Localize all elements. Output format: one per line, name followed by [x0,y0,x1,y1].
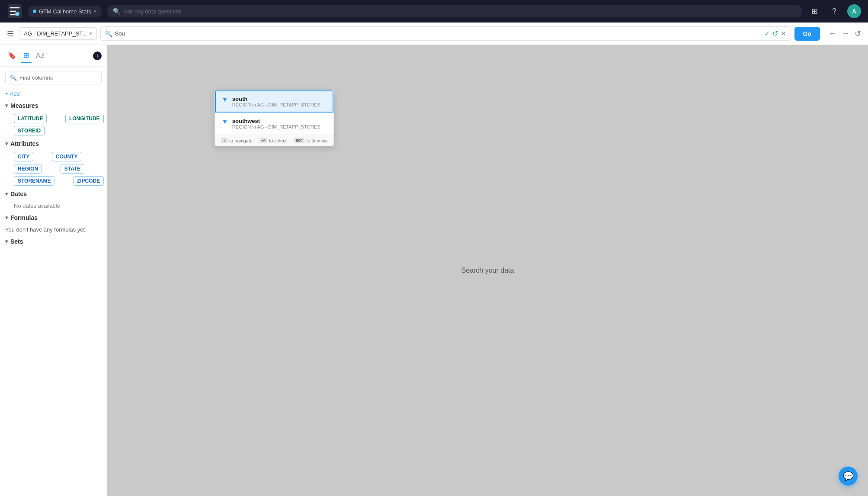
sidebar-toggle-button[interactable]: ☰ [5,27,16,40]
search-input[interactable] [115,30,762,37]
dropdown-footer: ↕ to navigate ↵ to select esc to dismiss [215,135,333,146]
zipcode-chip[interactable]: ZIPCODE [73,176,104,186]
global-search[interactable]: 🔍 [107,5,802,17]
sidebar-content: ▾ Measures LATITUDE LONGITUDE STOREID ▾ … [0,99,107,496]
find-columns[interactable]: 🔍 [5,71,102,84]
dropdown-item-south-content: south REGION in AG - DIM_RETAPP_STORES [232,96,320,107]
info-badge: i [93,52,102,60]
dates-chevron-icon: ▾ [5,191,8,197]
add-button[interactable]: + Add [0,89,107,99]
storename-chip[interactable]: STORENAME [14,176,54,186]
main-layout: 🔖 ⊞ AZ i 🔍 + Add ▾ Measures LATITUDE LON… [0,45,868,496]
measures-label: Measures [10,102,38,109]
nav-icons: ⊞ ? A [807,4,861,18]
dropdown-item-southwest-name: southwest [232,118,320,124]
filter-icon-south: ▼ [222,96,228,103]
datasource-dot [33,10,36,13]
nav-arrows: ← → ↺ [827,27,863,40]
dropdown-item-south-sub: REGION in AG - DIM_RETAPP_STORES [232,102,320,107]
navigate-label: to navigate [229,138,253,143]
chevron-down-icon: ▾ [90,31,92,36]
clear-search-button[interactable]: ✕ [781,29,786,38]
no-dates-text: No dates available [0,201,107,211]
check-circle-icon: ✓ [764,29,770,38]
logo [7,3,22,19]
back-button[interactable]: ← [827,27,838,40]
state-chip[interactable]: STATE [61,164,85,174]
sidebar-tab-sort[interactable]: AZ [33,49,47,62]
attributes-list: CITY COUNTY REGION STATE STORENAME ZIPCO… [0,151,107,187]
find-columns-input[interactable] [19,74,97,81]
go-button[interactable]: Go [794,27,820,41]
sets-section-header[interactable]: ▾ Sets [0,235,107,248]
formulas-chevron-icon: ▾ [5,215,8,221]
attributes-section-header[interactable]: ▾ Attributes [0,137,107,151]
select-label: to select [269,138,287,143]
county-chip[interactable]: COUNTY [52,152,82,161]
grid-icon-button[interactable]: ⊞ [807,4,821,18]
sidebar-tabs: 🔖 ⊞ AZ i [0,45,107,67]
select-key: ↵ [259,138,267,143]
dismiss-key: esc [294,138,305,143]
measures-section-header[interactable]: ▾ Measures [0,99,107,113]
dropdown-item-southwest-content: southwest REGION in AG - DIM_RETAPP_STOR… [232,118,320,129]
city-chip[interactable]: CITY [14,152,33,161]
top-datasource-pill[interactable]: GTM Callhome Stats ▾ [28,6,102,17]
navigate-hint: ↕ to navigate [221,138,253,143]
chevron-down-icon: ▾ [94,9,96,14]
formulas-label: Formulas [10,214,38,221]
no-formulas-text: You don't have any formulas yet [0,225,107,235]
empty-state-text: Search your data [461,267,514,274]
refresh-circle-icon: ↺ [772,29,778,38]
chat-fab-button[interactable]: 💬 [839,467,858,486]
main-content: Search your data ▼ south REGION in AG - … [107,45,868,496]
select-hint: ↵ to select [259,138,287,143]
dates-label: Dates [10,190,27,197]
top-datasource-label: GTM Callhome Stats [39,8,91,15]
sets-chevron-icon: ▾ [5,238,8,245]
sidebar-tab-grid[interactable]: ⊞ [21,48,32,63]
datasource-selector-label: AG - DIM_RETAPP_ST... [24,30,87,37]
find-icon: 🔍 [10,74,17,81]
dropdown-item-south[interactable]: ▼ south REGION in AG - DIM_RETAPP_STORES [215,90,333,113]
measures-list: LATITUDE LONGITUDE STOREID [0,113,107,137]
datasource-selector[interactable]: AG - DIM_RETAPP_ST... ▾ [19,27,97,40]
sidebar-tab-bookmark[interactable]: 🔖 [5,49,19,62]
search-bar[interactable]: 🔍 ✓ ↺ ✕ [100,26,791,41]
dismiss-hint: esc to dismiss [294,138,327,143]
storeid-chip[interactable]: STOREID [14,126,45,135]
sidebar: 🔖 ⊞ AZ i 🔍 + Add ▾ Measures LATITUDE LON… [0,45,107,496]
nav-key: ↕ [221,138,227,143]
filter-icon-southwest: ▼ [222,118,228,125]
dropdown-item-southwest[interactable]: ▼ southwest REGION in AG - DIM_RETAPP_ST… [215,113,333,135]
dropdown-box: ▼ south REGION in AG - DIM_RETAPP_STORES… [215,90,334,146]
search-icon: 🔍 [113,8,120,15]
global-search-input[interactable] [124,8,796,15]
avatar[interactable]: A [847,4,861,18]
search-dropdown: ▼ south REGION in AG - DIM_RETAPP_STORES… [215,90,334,146]
search-bar-icons: ✓ ↺ [764,29,778,38]
sets-label: Sets [10,238,23,245]
top-nav: GTM Callhome Stats ▾ 🔍 ⊞ ? A [0,0,868,23]
measures-chevron-icon: ▾ [5,103,8,109]
dropdown-item-southwest-sub: REGION in AG - DIM_RETAPP_STORES [232,124,320,129]
attributes-chevron-icon: ▾ [5,141,8,147]
reload-button[interactable]: ↺ [853,27,863,40]
latitude-chip[interactable]: LATITUDE [14,114,47,123]
dismiss-label: to dismiss [306,138,327,143]
forward-button[interactable]: → [840,27,851,40]
second-bar: ☰ AG - DIM_RETAPP_ST... ▾ 🔍 ✓ ↺ ✕ Go ← →… [0,23,868,45]
svg-point-1 [15,12,19,16]
dates-section-header[interactable]: ▾ Dates [0,187,107,201]
longitude-chip[interactable]: LONGITUDE [65,114,104,123]
search-bar-icon: 🔍 [105,30,112,37]
help-icon-button[interactable]: ? [827,4,841,18]
attributes-label: Attributes [10,140,39,147]
region-chip[interactable]: REGION [14,164,42,174]
dropdown-item-south-name: south [232,96,320,102]
formulas-section-header[interactable]: ▾ Formulas [0,211,107,225]
